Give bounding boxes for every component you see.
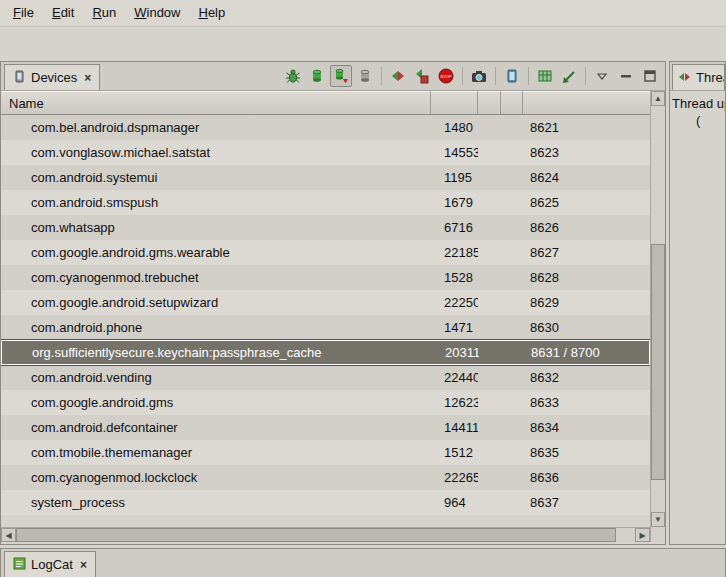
table-row[interactable]: com.android.vending224408632 <box>1 365 650 390</box>
column-header-name[interactable]: Name <box>1 91 431 114</box>
process-port: 8630 <box>523 320 650 335</box>
toolbar-separator <box>528 67 529 85</box>
tab-threads-label: Threa <box>696 70 725 85</box>
process-pid: 1679 <box>431 195 478 210</box>
process-pid: 14553 <box>431 145 478 160</box>
table-row[interactable]: com.cyanogenmod.trebuchet15288628 <box>1 265 650 290</box>
cause-gc-icon[interactable] <box>354 65 376 87</box>
toolbar-separator <box>462 67 463 85</box>
update-threads-icon[interactable] <box>387 65 409 87</box>
process-name: com.android.defcontainer <box>1 420 431 435</box>
table-row[interactable]: com.google.android.gms126238633 <box>1 390 650 415</box>
logcat-icon <box>13 557 26 573</box>
screen-capture-icon[interactable] <box>468 65 490 87</box>
toolbar-separator <box>585 67 586 85</box>
table-row[interactable]: com.android.smspush16798625 <box>1 190 650 215</box>
toolbar-separator <box>381 67 382 85</box>
column-header-pid[interactable] <box>431 91 478 114</box>
menu-edit[interactable]: Edit <box>43 0 83 26</box>
table-row[interactable]: system_process9648637 <box>1 490 650 515</box>
scroll-down-icon[interactable]: ▼ <box>651 512 665 527</box>
menu-help[interactable]: Help <box>189 0 234 26</box>
minimize-icon[interactable] <box>615 65 637 87</box>
devices-view-header: Devices × <box>1 62 665 91</box>
maximize-icon[interactable] <box>639 65 661 87</box>
vertical-scroll-thumb[interactable] <box>651 244 665 479</box>
process-pid: 1528 <box>431 270 478 285</box>
scroll-left-icon[interactable]: ◀ <box>1 528 16 542</box>
close-icon[interactable]: × <box>82 71 91 85</box>
view-menu-icon[interactable] <box>591 65 613 87</box>
table-row[interactable]: com.bel.android.dspmanager14808621 <box>1 115 650 140</box>
table-row[interactable]: com.android.systemui11958624 <box>1 165 650 190</box>
threads-message-line2: ( <box>672 112 723 129</box>
process-name: system_process <box>1 495 431 510</box>
process-name: com.google.android.setupwizard <box>1 295 431 310</box>
table-row[interactable]: org.sufficientlysecure.keychain:passphra… <box>1 340 650 365</box>
close-icon[interactable]: × <box>78 558 87 572</box>
horizontal-scroll-track[interactable] <box>16 528 635 542</box>
process-port: 8634 <box>523 420 650 435</box>
process-pid: 22250 <box>431 295 478 310</box>
process-name: com.whatsapp <box>1 220 431 235</box>
column-header-port[interactable] <box>523 91 650 114</box>
column-header-c4[interactable] <box>501 91 523 114</box>
table-column-header: Name <box>1 91 650 115</box>
menu-file[interactable]: File <box>4 0 43 26</box>
table-bottom-bar: ◀ ▶ <box>1 527 665 542</box>
menu-run[interactable]: Run <box>83 0 125 26</box>
table-row[interactable]: com.vonglasow.michael.satstat145538623 <box>1 140 650 165</box>
process-name: com.android.systemui <box>1 170 431 185</box>
scroll-up-icon[interactable]: ▲ <box>651 91 665 106</box>
process-port: 8637 <box>523 495 650 510</box>
process-name: org.sufficientlysecure.keychain:passphra… <box>2 345 432 360</box>
horizontal-scrollbar[interactable]: ◀ ▶ <box>1 527 650 542</box>
table-row[interactable]: com.android.phone14718630 <box>1 315 650 340</box>
column-header-c3[interactable] <box>478 91 501 114</box>
hierarchy-view-icon[interactable] <box>534 65 556 87</box>
menu-window[interactable]: Window <box>125 0 189 26</box>
table-row[interactable]: com.tmobile.thememanager15128635 <box>1 440 650 465</box>
stop-process-icon[interactable]: STOP <box>435 65 457 87</box>
pixel-perfect-icon[interactable] <box>558 65 580 87</box>
devices-view: Devices × <box>0 61 666 545</box>
update-heap-icon[interactable] <box>306 65 328 87</box>
process-pid: 22440 <box>431 370 478 385</box>
process-name: com.tmobile.thememanager <box>1 445 431 460</box>
process-pid: 14411 <box>431 420 478 435</box>
process-table-body: com.bel.android.dspmanager14808621com.vo… <box>1 115 650 527</box>
table-row[interactable]: com.google.android.setupwizard222508629 <box>1 290 650 315</box>
table-row[interactable]: com.whatsapp67168626 <box>1 215 650 240</box>
process-table: Name com.bel.android.dspmanager14808621c… <box>1 91 665 527</box>
devices-toolbar: STOP <box>282 65 661 87</box>
table-row[interactable]: com.cyanogenmod.lockclock222658636 <box>1 465 650 490</box>
process-name: com.vonglasow.michael.satstat <box>1 145 431 160</box>
horizontal-scroll-thumb[interactable] <box>16 528 616 542</box>
dump-hprof-icon[interactable] <box>330 65 352 87</box>
process-name: com.cyanogenmod.trebuchet <box>1 270 431 285</box>
svg-text:STOP: STOP <box>440 74 452 79</box>
process-pid: 12623 <box>431 395 478 410</box>
process-port: 8629 <box>523 295 650 310</box>
debug-process-icon[interactable] <box>282 65 304 87</box>
tab-threads[interactable]: Threa <box>672 64 725 90</box>
table-row[interactable]: com.google.android.gms.wearable221858627 <box>1 240 650 265</box>
table-row[interactable]: com.android.defcontainer144118634 <box>1 415 650 440</box>
process-pid: 6716 <box>431 220 478 235</box>
tab-logcat[interactable]: LogCat × <box>4 551 96 577</box>
process-pid: 1471 <box>431 320 478 335</box>
tab-devices[interactable]: Devices × <box>4 64 100 90</box>
process-pid: 1512 <box>431 445 478 460</box>
app-toolbar-strip <box>0 27 726 61</box>
tab-logcat-label: LogCat <box>31 557 73 572</box>
process-name: com.android.smspush <box>1 195 431 210</box>
vertical-scroll-track[interactable] <box>651 106 665 512</box>
devices-bottom-strip <box>1 542 665 544</box>
vertical-scrollbar[interactable]: ▲ ▼ <box>650 91 665 527</box>
stop-method-profiling-icon[interactable] <box>411 65 433 87</box>
process-pid: 1480 <box>431 120 478 135</box>
system-info-icon[interactable] <box>501 65 523 87</box>
process-name: com.bel.android.dspmanager <box>1 120 431 135</box>
scroll-right-icon[interactable]: ▶ <box>635 528 650 542</box>
process-port: 8628 <box>523 270 650 285</box>
